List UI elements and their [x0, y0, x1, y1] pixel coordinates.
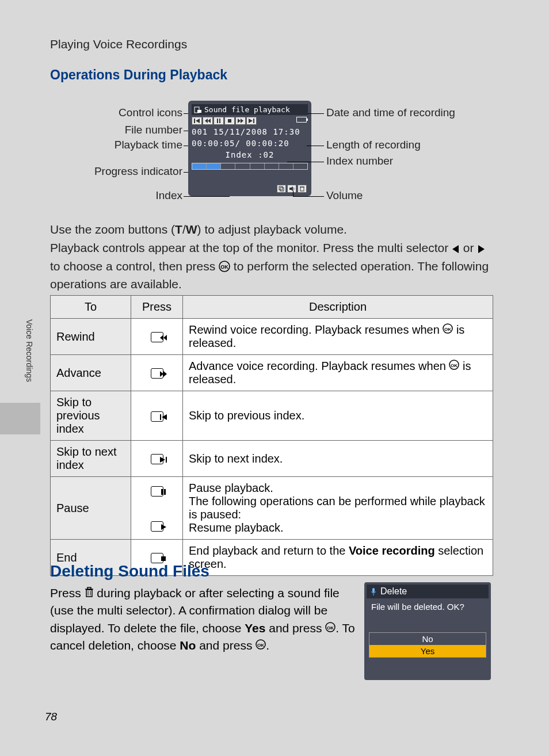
pause-icon — [151, 486, 163, 497]
left-arrow-icon — [452, 245, 460, 254]
table-row: Skip to previous index Skip to previous … — [51, 391, 493, 441]
label-progress: Progress indicator — [94, 165, 182, 178]
svg-rect-16 — [300, 187, 304, 191]
to-cell: Pause — [51, 477, 131, 540]
svg-marker-27 — [163, 371, 167, 377]
svg-marker-36 — [161, 524, 166, 530]
copy-icon — [277, 185, 286, 193]
index-line: Index :02 — [192, 150, 308, 159]
svg-rect-13 — [279, 186, 283, 190]
delete-hint-icon — [298, 185, 307, 193]
section-header: Playing Voice Recordings — [50, 37, 187, 51]
svg-text:OK: OK — [257, 643, 264, 648]
press-cell — [131, 319, 183, 355]
svg-marker-31 — [162, 414, 167, 420]
side-tab-label: Voice Recordings — [25, 319, 34, 382]
mic-icon — [370, 587, 377, 595]
to-cell: Skip to previous index — [51, 391, 131, 441]
press-cell — [131, 477, 183, 540]
svg-marker-18 — [452, 245, 459, 253]
trash-icon — [85, 587, 94, 597]
manual-page: Playing Voice Recordings Operations Duri… — [0, 0, 549, 756]
svg-rect-1 — [197, 110, 201, 113]
advance-icon — [235, 117, 246, 125]
pause-icon — [214, 117, 224, 125]
page-number: 78 — [45, 711, 57, 723]
ok-button-icon: OK — [219, 261, 230, 272]
press-cell — [131, 441, 183, 477]
svg-rect-7 — [219, 119, 220, 123]
table-row: Rewind Rewind voice recording. Playback … — [51, 319, 493, 355]
skip-prev-icon — [151, 411, 163, 422]
label-index-number: Index number — [326, 155, 393, 167]
label-datetime: Date and time of recording — [326, 106, 455, 119]
table-row: Skip to next index Skip to next index. — [51, 441, 493, 477]
camera-monitor: Sound file playback 001 15/11/2008 17:30… — [188, 101, 311, 196]
svg-rect-40 — [87, 587, 91, 589]
skip-prev-icon — [192, 117, 202, 125]
th-desc: Description — [183, 296, 493, 319]
press-cell — [131, 391, 183, 441]
side-tab-highlight — [0, 403, 40, 434]
svg-rect-35 — [164, 489, 166, 495]
svg-marker-10 — [241, 119, 243, 123]
svg-marker-3 — [196, 119, 200, 123]
label-volume: Volume — [326, 189, 363, 202]
svg-rect-37 — [161, 556, 166, 561]
control-icons-row — [192, 117, 308, 125]
dialog-message: File will be deleted. OK? — [367, 598, 489, 615]
dialog-title: Delete — [380, 586, 407, 597]
operations-table: To Press Description Rewind Rewind voice… — [50, 295, 493, 576]
table-row: Pause Pause playback. The following oper… — [51, 477, 493, 540]
deleting-paragraph: Press during playback or after selecting… — [50, 585, 355, 655]
to-cell: Rewind — [51, 319, 131, 355]
playback-diagram: Control icons File number Playback time … — [50, 95, 493, 210]
file-info-line: 001 15/11/2008 17:30 — [192, 127, 308, 136]
press-cell — [131, 355, 183, 391]
label-playback-time: Playback time — [115, 139, 182, 151]
svg-rect-14 — [280, 188, 284, 191]
dialog-option-yes[interactable]: Yes — [369, 645, 486, 657]
skip-next-icon — [246, 117, 257, 125]
battery-icon — [296, 117, 307, 123]
svg-marker-26 — [160, 371, 163, 377]
svg-rect-34 — [161, 489, 163, 495]
to-cell: Advance — [51, 355, 131, 391]
svg-marker-22 — [160, 335, 163, 341]
svg-rect-47 — [372, 588, 375, 593]
ok-button-icon: OK — [256, 639, 266, 650]
desc-cell: Skip to previous index. — [183, 391, 493, 441]
svg-rect-33 — [166, 457, 167, 463]
svg-marker-32 — [160, 457, 165, 463]
th-press: Press — [131, 296, 183, 319]
svg-text:OK: OK — [327, 625, 334, 631]
svg-marker-11 — [249, 119, 253, 123]
operations-heading: Operations During Playback — [50, 67, 227, 83]
svg-rect-8 — [228, 119, 231, 123]
skip-next-icon — [151, 454, 163, 464]
svg-text:OK: OK — [220, 264, 228, 270]
svg-rect-38 — [86, 590, 92, 597]
time-line: 00:00:05/ 00:00:20 — [192, 139, 308, 148]
svg-rect-6 — [217, 119, 218, 123]
to-cell: Skip to next index — [51, 441, 131, 477]
ok-button-icon: OK — [449, 360, 459, 370]
svg-rect-12 — [253, 119, 254, 123]
desc-cell: Skip to next index. — [183, 441, 493, 477]
dialog-option-no[interactable]: No — [369, 633, 486, 645]
delete-dialog: Delete File will be deleted. OK? No Yes — [364, 582, 491, 680]
sound-file-icon — [194, 106, 202, 113]
deleting-heading: Deleting Sound Files — [50, 562, 209, 581]
label-length: Length of recording — [326, 139, 421, 151]
svg-marker-23 — [163, 335, 167, 341]
svg-rect-2 — [194, 119, 195, 123]
ok-button-icon: OK — [325, 622, 336, 632]
stop-icon — [224, 117, 235, 125]
desc-cell: Pause playback. The following operations… — [183, 477, 493, 540]
th-to: To — [51, 296, 131, 319]
label-control-icons: Control icons — [119, 106, 182, 119]
rewind-icon — [203, 117, 213, 125]
ok-button-icon: OK — [443, 323, 453, 334]
progress-bar — [192, 163, 308, 170]
desc-cell: Rewind voice recording. Playback resumes… — [183, 319, 493, 355]
